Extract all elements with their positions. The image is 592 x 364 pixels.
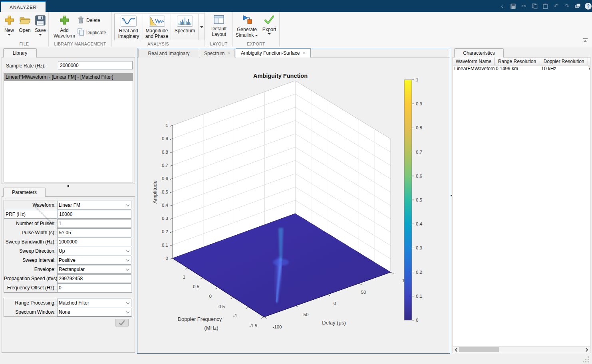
tab-characteristics[interactable]: Characteristics <box>454 48 504 57</box>
redo-icon[interactable]: ↷ <box>563 2 570 10</box>
duplicate-button[interactable]: Duplicate <box>77 28 106 37</box>
magnitude-phase-icon <box>149 16 165 28</box>
delete-button[interactable]: Delete <box>77 16 100 25</box>
minimize-ribbon-icon[interactable] <box>583 38 588 43</box>
envelope-select[interactable]: Rectangular <box>57 265 131 274</box>
spectrum-icon <box>177 16 193 28</box>
characteristics-table-header: Waveform Name Range Resolution Doppler R… <box>453 57 590 65</box>
delete-icon <box>77 16 84 25</box>
cut-icon[interactable]: ✂ <box>520 2 527 10</box>
save-button[interactable]: Save <box>34 14 47 36</box>
column-header-waveform-name[interactable]: Waveform Name <box>453 57 495 65</box>
window-layout-icon[interactable] <box>574 2 581 10</box>
chevron-down-icon[interactable] <box>31 210 57 218</box>
chevron-down-icon[interactable] <box>124 201 131 209</box>
open-button[interactable]: Open <box>17 14 32 33</box>
chevron-down-icon[interactable] <box>124 247 131 255</box>
colorbar-tick: 0.1 <box>416 294 422 299</box>
doppler-tick: 0 <box>209 294 212 299</box>
analysis-gallery-dropdown[interactable] <box>199 14 205 40</box>
tab-real-and-imaginary[interactable]: Real and Imaginary <box>138 49 199 57</box>
export-button[interactable]: Export <box>261 14 278 35</box>
sample-rate-input[interactable] <box>58 61 133 69</box>
chevron-down-icon[interactable] <box>124 256 131 264</box>
number-of-pulses-input[interactable] <box>58 221 131 226</box>
param-row-envelope: Envelope: Rectangular <box>4 265 132 274</box>
default-layout-button[interactable]: Default Layout <box>209 14 228 37</box>
delay-tick: -100 <box>272 324 282 329</box>
sweep-direction-select[interactable]: Up <box>57 247 131 255</box>
spectrum-window-select[interactable]: None <box>57 308 131 317</box>
ribbon-tab-analyzer[interactable]: ANALYZER <box>1 1 46 12</box>
spectrum-button[interactable]: Spectrum <box>171 14 199 40</box>
sample-rate-label: Sample Rate (Hz): <box>6 63 46 69</box>
pulse-width-input[interactable] <box>58 230 131 235</box>
apply-check-icon <box>119 320 125 326</box>
real-and-imaginary-button[interactable]: Real and Imaginary <box>115 14 143 40</box>
waveform-select[interactable]: Linear FM <box>57 201 131 210</box>
apply-button[interactable] <box>115 319 129 326</box>
param-row-num-pulses: Number of Pulses: <box>4 219 132 228</box>
table-row[interactable]: LinearFMWaveform 0.1499 km 10 kHz 7 <box>453 65 590 73</box>
tab-library[interactable]: Library <box>3 48 37 57</box>
close-icon[interactable]: × <box>227 51 230 55</box>
copy-icon[interactable] <box>531 2 538 10</box>
prf-input[interactable] <box>58 212 131 217</box>
propagation-speed-input[interactable] <box>58 276 131 281</box>
export-dropdown-caret[interactable] <box>268 33 271 35</box>
add-waveform-button[interactable]: Add Waveform <box>53 14 76 39</box>
horizontal-scrollbar[interactable] <box>453 346 590 353</box>
paste-icon[interactable] <box>542 2 549 10</box>
tab-ambiguity-function-surface[interactable]: Ambiguity Function-Surface × <box>236 48 311 57</box>
y-axis-label-line1: Doppler Frequency <box>178 316 222 322</box>
sweep-bandwidth-input[interactable] <box>58 239 131 245</box>
section-label-library-management: LIBRARY MANAGEMENT <box>49 42 111 46</box>
ribbon-section-export: Generate Simulink Export EXPORT <box>233 12 280 47</box>
new-button[interactable]: New <box>2 14 16 36</box>
waveform-analyzer-window: ANALYZER ‹ ✂ ↶ ↷ ? ▼ <box>0 0 592 364</box>
scroll-left-arrow[interactable] <box>453 346 459 353</box>
column-header-range-resolution[interactable]: Range Resolution <box>495 57 540 65</box>
chevron-down-icon[interactable] <box>124 265 131 273</box>
z-tick: 0.3 <box>162 216 168 221</box>
generate-simulink-button[interactable]: Generate Simulink <box>234 14 259 38</box>
help-icon[interactable]: ? <box>585 3 592 10</box>
save-ribbon-icon <box>35 14 46 28</box>
colorbar-tick: 0.2 <box>416 270 422 275</box>
scroll-right-arrow[interactable] <box>584 346 590 353</box>
tab-spectrum[interactable]: Spectrum × <box>200 49 235 57</box>
duplicate-icon <box>77 28 84 37</box>
waveform-list[interactable]: LinearFMWaveform - [Linear FM] - [Matche… <box>4 73 133 182</box>
ribbon-section-library-management: Add Waveform Delete Duplicate LIBRARY MA… <box>49 12 112 47</box>
plot-canvas[interactable]: 0 0.1 0.2 0.3 0.4 0.5 0.6 0.7 0.8 0.9 1 … <box>137 57 450 353</box>
section-label-layout: LAYOUT <box>205 42 232 46</box>
tab-parameters[interactable]: Parameters <box>3 188 46 197</box>
plot-title: Ambiguity Function <box>253 73 308 79</box>
param-row-waveform: Waveform: Linear FM <box>4 200 132 210</box>
chevron-down-icon[interactable] <box>124 308 131 316</box>
z-tick: 0.7 <box>162 163 168 168</box>
close-icon[interactable]: × <box>302 51 306 55</box>
window-resize-grip[interactable] <box>582 355 589 362</box>
document-tabstrip: Real and Imaginary Spectrum × Ambiguity … <box>137 48 450 57</box>
save-icon[interactable] <box>509 2 517 10</box>
range-processing-select[interactable]: Matched Filter <box>57 299 131 307</box>
horizontal-splitter[interactable] <box>2 184 135 188</box>
magnitude-and-phase-button[interactable]: Magnitude and Phase <box>143 14 171 40</box>
prf-mode-select[interactable]: PRF (Hz) <box>4 210 57 219</box>
sweep-interval-select[interactable]: Positive <box>57 256 131 265</box>
colorbar-tick: 0.9 <box>416 101 422 106</box>
waveform-list-item[interactable]: LinearFMWaveform - [Linear FM] - [Matche… <box>4 73 133 81</box>
chevron-down-icon[interactable] <box>124 299 131 307</box>
scrollbar-thumb[interactable] <box>459 347 499 352</box>
y-axis-label-line2: (MHz) <box>204 325 218 331</box>
undo-icon[interactable]: ↶ <box>552 2 560 10</box>
collapse-left-icon[interactable]: ‹ <box>499 2 506 10</box>
param-row-sweep-bandwidth: Sweep Bandwidth (Hz): <box>4 237 132 246</box>
save-dropdown-caret[interactable] <box>39 34 42 36</box>
frequency-offset-input[interactable] <box>58 285 131 291</box>
z-tick: 0.5 <box>162 190 168 194</box>
generate-simulink-caret[interactable] <box>255 35 258 36</box>
new-dropdown-caret[interactable] <box>8 34 11 36</box>
column-header-doppler-resolution[interactable]: Doppler Resolution <box>540 57 588 65</box>
